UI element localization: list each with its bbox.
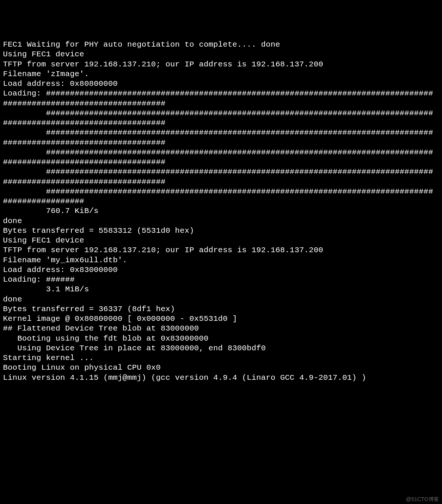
- terminal-line: Booting Linux on physical CPU 0x0: [3, 363, 439, 373]
- terminal-line: done: [3, 216, 439, 226]
- terminal-output: FEC1 Waiting for PHY auto negotiation to…: [3, 40, 439, 383]
- terminal-line: Loading: ######: [3, 275, 439, 285]
- terminal-line: ########################################…: [3, 109, 439, 118]
- terminal-line: Kernel image @ 0x80800000 [ 0x000000 - 0…: [3, 314, 439, 324]
- terminal-line: 760.7 KiB/s: [3, 206, 439, 216]
- terminal-line: ##################################: [3, 157, 439, 167]
- terminal-line: Booting using the fdt blob at 0x83000000: [3, 334, 439, 344]
- terminal-line: ########################################…: [3, 167, 439, 177]
- terminal-line: Using Device Tree in place at 83000000, …: [3, 344, 439, 353]
- terminal-line: TFTP from server 192.168.137.210; our IP…: [3, 60, 439, 69]
- terminal-line: ## Flattened Device Tree blob at 8300000…: [3, 324, 439, 334]
- terminal-line: Starting kernel ...: [3, 353, 439, 363]
- terminal-line: Bytes transferred = 5583312 (5531d0 hex): [3, 226, 439, 236]
- terminal-line: Load address: 0x80800000: [3, 79, 439, 89]
- terminal-line: Load address: 0x83000000: [3, 265, 439, 275]
- terminal-line: #################: [3, 197, 439, 206]
- terminal-line: TFTP from server 192.168.137.210; our IP…: [3, 245, 439, 255]
- terminal-line: ##################################: [3, 99, 439, 109]
- terminal-line: Filename 'my_imx6ull.dtb'.: [3, 256, 439, 265]
- terminal-line: ##################################: [3, 177, 439, 187]
- watermark-text: @51CTO博客: [406, 496, 439, 503]
- terminal-line: ########################################…: [3, 148, 439, 157]
- terminal-line: Using FEC1 device: [3, 236, 439, 245]
- terminal-line: ##################################: [3, 118, 439, 128]
- terminal-line: Loading: ###############################…: [3, 89, 439, 98]
- terminal-line: ##################################: [3, 138, 439, 148]
- terminal-line: FEC1 Waiting for PHY auto negotiation to…: [3, 40, 439, 50]
- terminal-line: ########################################…: [3, 128, 439, 138]
- terminal-line: done: [3, 295, 439, 304]
- terminal-line: 3.1 MiB/s: [3, 285, 439, 294]
- terminal-line: Bytes transferred = 36337 (8df1 hex): [3, 304, 439, 314]
- terminal-line: Filename 'zImage'.: [3, 69, 439, 79]
- terminal-line: ########################################…: [3, 187, 439, 197]
- terminal-line: Using FEC1 device: [3, 50, 439, 59]
- terminal-line: Linux version 4.1.15 (mmj@mmj) (gcc vers…: [3, 373, 439, 383]
